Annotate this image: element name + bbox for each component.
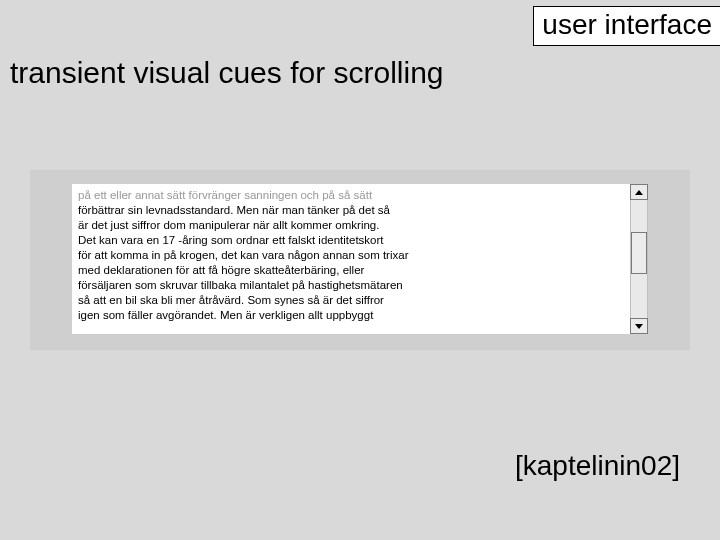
text-line: förbättrar sin levnadsstandard. Men när … [78,204,390,216]
vertical-scrollbar[interactable] [630,184,648,334]
text-line: är det just siffror dom manipulerar när … [78,219,379,231]
slide-title: transient visual cues for scrolling [10,56,444,90]
section-header: user interface [533,6,720,46]
section-header-text: user interface [542,9,712,40]
text-line: så att en bil ska bli mer åtråvärd. Som … [78,294,384,306]
citation: [kaptelinin02] [515,450,680,482]
scroll-text-area[interactable]: på ett eller annat sätt förvränger sanni… [72,184,630,334]
scroll-up-button[interactable] [630,184,648,200]
scrollbar-thumb[interactable] [631,232,647,274]
arrow-up-icon [635,190,643,195]
slide: user interface transient visual cues for… [0,0,720,540]
scroll-down-button[interactable] [630,318,648,334]
arrow-down-icon [635,324,643,329]
text-line: försäljaren som skruvar tillbaka milanta… [78,279,403,291]
figure-panel: på ett eller annat sätt förvränger sanni… [30,170,690,350]
text-content: på ett eller annat sätt förvränger sanni… [78,188,624,323]
text-line: med deklarationen för att få högre skatt… [78,264,364,276]
dimmed-line: på ett eller annat sätt förvränger sanni… [78,189,372,201]
text-line: för att komma in på krogen, det kan vara… [78,249,409,261]
text-line: Det kan vara en 17 -åring som ordnar ett… [78,234,384,246]
text-line: igen som fäller avgörandet. Men är verkl… [78,309,373,321]
